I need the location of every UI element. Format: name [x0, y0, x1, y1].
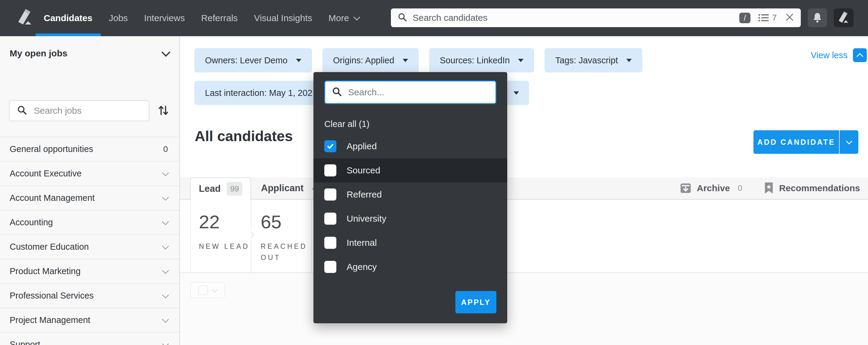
stat-divider — [190, 200, 191, 272]
option-applied[interactable]: Applied — [313, 134, 507, 158]
lever-logo-icon[interactable] — [18, 9, 33, 28]
chevron-down-icon — [162, 194, 169, 201]
checkbox-unchecked[interactable] — [324, 212, 336, 225]
top-nav: Candidates Jobs Interviews Referrals Vis… — [0, 0, 868, 36]
option-agency[interactable]: Agency — [313, 255, 507, 279]
apply-button[interactable]: APPLY — [456, 291, 496, 313]
select-all-checkbox[interactable] — [198, 285, 208, 295]
nav-item-interviews[interactable]: Interviews — [136, 0, 193, 36]
sidebar-item-support[interactable]: Support — [0, 332, 179, 345]
chevron-down-icon[interactable] — [161, 48, 170, 57]
filter-pill-origins[interactable]: Origins: Applied — [322, 48, 418, 73]
bookmark-star-icon — [764, 182, 774, 194]
checkbox-checked[interactable] — [324, 140, 336, 152]
sidebar-item-account-management[interactable]: Account Management — [0, 185, 179, 210]
caret-down-icon — [626, 59, 632, 62]
option-referred[interactable]: Referred — [313, 182, 507, 207]
nav-item-referrals[interactable]: Referrals — [193, 0, 246, 36]
nav-label: Jobs — [109, 13, 128, 23]
candidate-search-bar[interactable]: Search candidates / 7 — [391, 8, 801, 27]
chevron-down-icon — [162, 218, 169, 225]
job-label: Account Management — [10, 193, 95, 203]
jobs-sidebar: My open jobs Search jobs — [0, 36, 180, 345]
close-icon[interactable] — [785, 13, 794, 23]
view-less-control[interactable]: View less — [811, 48, 867, 63]
select-all-control[interactable] — [190, 282, 225, 298]
job-search-input[interactable]: Search jobs — [9, 100, 150, 121]
sidebar-item-general-opportunities[interactable]: General opportunities 0 — [0, 137, 179, 161]
chevron-down-icon — [846, 138, 852, 144]
caret-down-icon — [514, 91, 519, 95]
job-label: Account Executive — [10, 169, 82, 178]
tab-count: 0 — [738, 184, 742, 193]
profile-button[interactable] — [834, 8, 854, 27]
page-title: All candidates — [195, 128, 293, 144]
nav-item-more[interactable]: More — [320, 0, 367, 36]
saved-searches-button[interactable]: 7 — [758, 13, 777, 23]
active-tab-underline — [36, 33, 101, 36]
filter-pill-label: Sources: LinkedIn — [440, 56, 510, 65]
add-candidate-button[interactable]: ADD CANDIDATE — [753, 130, 839, 154]
nav-item-jobs[interactable]: Jobs — [101, 0, 136, 36]
checkbox-unchecked[interactable] — [324, 189, 336, 201]
chevron-down-icon — [162, 340, 169, 345]
origins-search-input[interactable]: Search... — [324, 81, 496, 104]
job-count: 0 — [163, 144, 168, 154]
chevron-down-icon — [162, 267, 169, 274]
chevron-down-icon — [353, 14, 361, 21]
sort-jobs-button[interactable] — [157, 104, 169, 117]
search-icon — [332, 87, 342, 98]
nav-item-candidates[interactable]: Candidates — [36, 0, 101, 36]
sidebar-item-product-marketing[interactable]: Product Marketing — [0, 259, 179, 283]
option-internal[interactable]: Internal — [313, 231, 507, 255]
sidebar-item-accounting[interactable]: Accounting — [0, 210, 179, 234]
tab-archive[interactable]: Archive 0 — [680, 182, 742, 194]
nav-item-visual-insights[interactable]: Visual Insights — [246, 0, 320, 36]
sidebar-header[interactable]: My open jobs — [10, 48, 169, 58]
sidebar-title: My open jobs — [10, 48, 67, 58]
add-candidate-split-button: ADD CANDIDATE — [753, 130, 858, 154]
sidebar-item-professional-services[interactable]: Professional Services — [0, 283, 179, 308]
tab-label: Applicant — [261, 183, 304, 194]
tab-applicant[interactable]: Applicant 4 — [261, 177, 316, 199]
option-label: University — [347, 213, 386, 224]
collapse-filters-button[interactable] — [853, 48, 867, 62]
notifications-button[interactable] — [808, 8, 827, 27]
nav-label: Candidates — [44, 13, 93, 23]
nav-label: Interviews — [144, 13, 185, 23]
secondary-tabs: Archive 0 Recommendations — [680, 177, 860, 199]
nav-label: More — [329, 13, 349, 23]
caret-down-icon — [518, 59, 524, 62]
stat-reached-out[interactable]: 65 REACHED OUT — [261, 200, 315, 263]
candidate-list-area — [180, 273, 868, 345]
filter-pill-owners[interactable]: Owners: Lever Demo — [194, 48, 312, 73]
search-placeholder: Search candidates — [412, 13, 739, 23]
filter-pill-tags[interactable]: Tags: Javascript — [545, 48, 642, 73]
caret-down-icon — [403, 59, 408, 62]
checkbox-unchecked[interactable] — [324, 237, 336, 249]
option-sourced[interactable]: Sourced — [313, 158, 507, 182]
option-label: Agency — [347, 262, 377, 272]
checkbox-unchecked[interactable] — [324, 261, 336, 273]
tab-count-badge: 99 — [227, 182, 242, 196]
option-university[interactable]: University — [313, 207, 507, 231]
tab-label: Recommendations — [779, 183, 860, 193]
clear-all-link[interactable]: Clear all (1) — [324, 119, 370, 129]
origin-options: Applied Sourced Referred University Inte… — [313, 134, 507, 279]
filter-pill-label: Owners: Lever Demo — [205, 56, 287, 65]
tab-label: Lead — [199, 183, 221, 194]
checkbox-unchecked[interactable] — [324, 164, 336, 176]
sidebar-item-account-executive[interactable]: Account Executive — [0, 161, 179, 185]
filter-pill-sources[interactable]: Sources: LinkedIn — [429, 48, 534, 73]
sidebar-item-project-management[interactable]: Project Management — [0, 308, 179, 332]
sidebar-item-customer-education[interactable]: Customer Education — [0, 234, 179, 259]
chevron-up-icon — [857, 53, 864, 60]
add-candidate-menu-button[interactable] — [840, 130, 858, 154]
tab-recommendations[interactable]: Recommendations — [764, 182, 860, 194]
lever-app: Candidates Jobs Interviews Referrals Vis… — [0, 0, 868, 345]
list-icon — [758, 13, 769, 22]
stat-new-lead[interactable]: 22 NEW LEAD — [199, 200, 253, 252]
tab-lead[interactable]: Lead 99 — [190, 177, 251, 200]
caret-down-icon — [296, 59, 301, 62]
chevron-down-icon — [162, 291, 169, 298]
